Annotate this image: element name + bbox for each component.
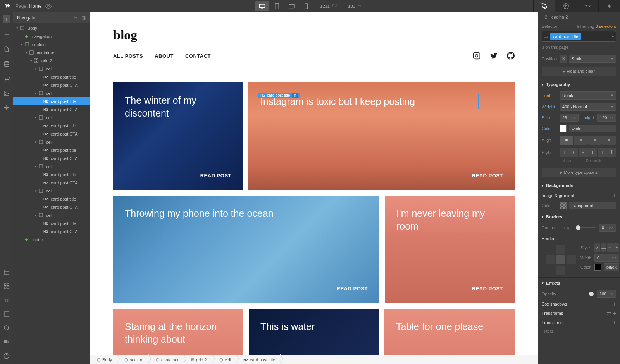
cms-icon[interactable] <box>3 60 10 67</box>
card-title[interactable]: This is water <box>260 320 356 333</box>
bg-color-input[interactable]: transparent <box>569 202 616 209</box>
site-title[interactable]: blog <box>113 28 515 43</box>
border-color-input[interactable]: black <box>604 263 619 271</box>
float-disclosure[interactable]: ▸ Float and clear <box>542 67 616 76</box>
crumb[interactable]: ▢cell <box>212 355 237 364</box>
inheriting-count[interactable]: 3 selectors <box>596 24 616 29</box>
card-title[interactable]: Throwing my phone into the ocean <box>125 207 343 220</box>
page-name[interactable]: Home <box>29 3 41 9</box>
tree-row[interactable]: H2card post title <box>13 122 90 130</box>
size-input[interactable]: 26PX <box>560 114 579 122</box>
effects-header[interactable]: ▾Effects <box>538 278 620 288</box>
borders-header[interactable]: ▾Borders <box>538 211 620 222</box>
radius-slider[interactable] <box>576 227 596 228</box>
card[interactable]: Staring at the horizon thinking about <box>113 309 243 355</box>
tree-row[interactable]: ◆footer <box>13 235 90 244</box>
assets-icon[interactable] <box>3 90 10 97</box>
font-select[interactable]: Rubik▾ <box>560 91 616 100</box>
add-element-icon[interactable]: + <box>3 15 10 23</box>
card[interactable]: This is water <box>249 309 379 355</box>
nav-link[interactable]: ABOUT <box>155 53 174 59</box>
opacity-slider[interactable] <box>563 294 594 294</box>
tree-row[interactable]: ▾cell <box>13 138 90 146</box>
help-circle-icon[interactable] <box>3 352 10 359</box>
color-swatch[interactable] <box>560 125 567 132</box>
add-shadow-icon[interactable]: + <box>613 301 616 307</box>
align-center[interactable]: ≡ <box>574 136 588 145</box>
github-icon[interactable] <box>507 52 515 60</box>
tree-row[interactable]: ▾cell <box>13 162 90 170</box>
card-title[interactable]: Staring at the horizon thinking about <box>125 320 221 345</box>
selector-chip[interactable]: card post title <box>550 33 581 40</box>
card-cta[interactable]: READ POST <box>472 286 503 292</box>
card-title[interactable]: I'm never leaving my room <box>396 207 493 232</box>
card-title[interactable]: Table for one please <box>396 320 492 333</box>
canvas[interactable]: blog ALL POSTS ABOUT CONTACT The winter … <box>90 12 538 355</box>
radius-uniform-icon[interactable]: □ <box>562 225 565 230</box>
border-dotted[interactable]: ⋯ <box>613 243 619 252</box>
card-cta[interactable]: READ POST <box>200 173 231 179</box>
device-tablet-landscape[interactable] <box>284 1 298 11</box>
add-bg-icon[interactable]: + <box>613 192 616 199</box>
twitter-icon[interactable] <box>490 52 498 60</box>
tab-style-manager[interactable] <box>577 0 598 12</box>
navigator-toggle-icon[interactable] <box>3 269 10 276</box>
tree-row[interactable]: H2card post CTA <box>13 179 90 187</box>
border-solid[interactable]: — <box>601 243 606 252</box>
align-left[interactable]: ≡ <box>560 136 574 145</box>
tree-row[interactable]: ▾cell <box>13 113 90 122</box>
page-icon[interactable] <box>3 46 10 53</box>
chevron-down-icon[interactable]: ▾ <box>612 34 614 39</box>
crumb[interactable]: ▢Body <box>90 355 117 364</box>
crumb[interactable]: ⊞grid 2 <box>184 355 212 364</box>
add-transition-icon[interactable]: + <box>613 319 616 326</box>
weight-select[interactable]: 400 - Normal▾ <box>560 103 616 111</box>
bg-color-swatch[interactable] <box>560 202 567 209</box>
tree-row[interactable]: H2card post title <box>13 97 90 105</box>
color-input[interactable]: white <box>569 125 616 132</box>
tree-row[interactable]: ▾cell <box>13 89 90 97</box>
device-tablet[interactable] <box>270 1 284 11</box>
border-side-picker[interactable] <box>546 245 576 275</box>
tree-row[interactable]: H2card post CTA <box>13 227 90 235</box>
unpin-icon[interactable]: ⇱ <box>74 15 78 21</box>
position-select[interactable]: Static▾ <box>569 55 616 63</box>
tree-row[interactable]: H2card post CTA <box>13 130 90 138</box>
deco-none[interactable]: ✕ <box>579 148 588 157</box>
tab-settings[interactable] <box>555 0 577 12</box>
tree-row[interactable]: ▾container <box>13 48 90 57</box>
border-width-input[interactable]: 0PX <box>594 254 619 262</box>
card[interactable]: Table for one please <box>384 309 515 355</box>
tree-row[interactable]: ▾grid 2 <box>13 57 90 65</box>
add-transform-icon[interactable]: ⇄ + <box>607 310 616 316</box>
tree-row[interactable]: H2card post title <box>13 73 90 81</box>
opacity-input[interactable]: 100% <box>597 290 616 298</box>
tree-row[interactable]: H2card post CTA <box>13 81 90 89</box>
backgrounds-header[interactable]: ▾Backgrounds <box>538 180 620 191</box>
audit-icon[interactable]: ⦀⦀ <box>3 297 10 304</box>
card[interactable]: The winter of my discontent READ POST <box>113 82 243 190</box>
tree-row[interactable]: ▾cell <box>13 211 90 219</box>
tree-row[interactable]: H2card post CTA <box>13 105 90 113</box>
radius-individual-icon[interactable]: ⊞ <box>567 225 570 230</box>
deco-underline[interactable]: T <box>598 148 607 157</box>
device-desktop[interactable] <box>255 1 269 11</box>
deco-strike[interactable]: T̶ <box>588 148 598 157</box>
tree-row[interactable]: ◆navigation <box>13 32 90 40</box>
tree-row[interactable]: H2card post CTA <box>13 154 90 162</box>
align-right[interactable]: ≡ <box>588 136 602 145</box>
breadcrumb[interactable]: ▢Body▢section▢container⊞grid 2▢cellH2car… <box>90 355 538 364</box>
tree-row[interactable]: H2card post CTA <box>13 203 90 211</box>
selector-input[interactable]: ▭ card post title ▾ <box>542 31 616 42</box>
instagram-icon[interactable] <box>473 52 480 60</box>
tree-row[interactable]: ▾cell <box>13 65 90 73</box>
canvas-width[interactable]: 1211 <box>320 4 329 9</box>
crumb[interactable]: ▢section <box>117 355 149 364</box>
typography-header[interactable]: ▾Typography <box>538 79 620 90</box>
search-icon[interactable] <box>3 325 10 331</box>
settings-icon[interactable] <box>3 105 10 112</box>
card-cta[interactable]: READ POST <box>472 173 503 179</box>
tab-interactions[interactable] <box>598 0 620 12</box>
device-mobile[interactable] <box>299 1 313 11</box>
border-dashed[interactable]: ╌ <box>607 243 613 252</box>
